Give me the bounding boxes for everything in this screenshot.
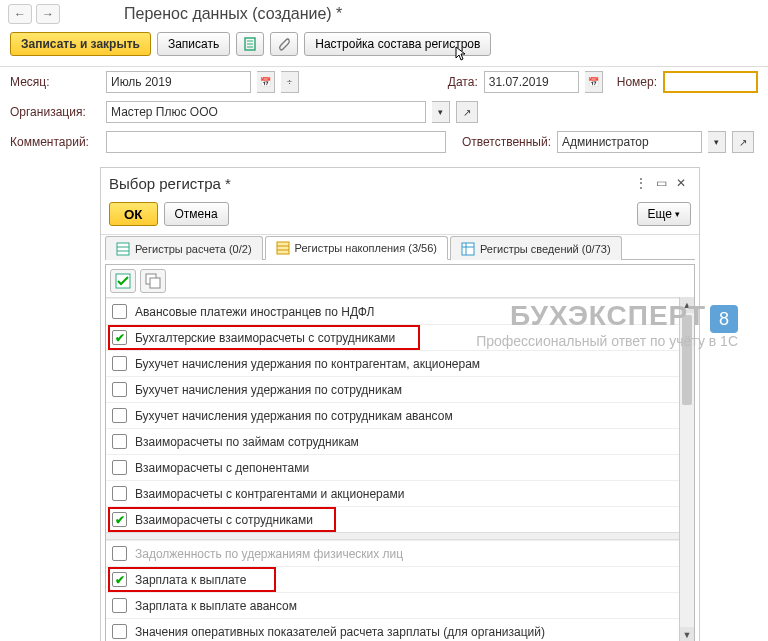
list-item-label: Взаиморасчеты с сотрудниками [135, 513, 313, 527]
list-item-label: Значения оперативных показателей расчета… [135, 625, 545, 639]
uncheck-all-icon [145, 273, 161, 289]
checkbox[interactable] [112, 598, 127, 613]
nav-forward[interactable]: → [36, 4, 60, 24]
dialog-close-icon[interactable]: ✕ [671, 174, 691, 192]
report-icon-button[interactable] [236, 32, 264, 56]
checkbox[interactable] [112, 382, 127, 397]
org-dropdown[interactable]: ▾ [432, 101, 450, 123]
list-item[interactable]: Взаиморасчеты с контрагентами и акционер… [106, 480, 694, 506]
cancel-button[interactable]: Отмена [164, 202, 229, 226]
checkbox[interactable] [112, 460, 127, 475]
checkbox[interactable] [112, 304, 127, 319]
org-value: Мастер Плюс ООО [111, 105, 218, 119]
month-spinner[interactable]: ÷ [281, 71, 299, 93]
org-field[interactable]: Мастер Плюс ООО [106, 101, 426, 123]
attach-icon-button[interactable] [270, 32, 298, 56]
resp-label: Ответственный: [462, 135, 551, 149]
grid-yellow-icon [276, 241, 290, 255]
list-item[interactable]: Значения оперативных показателей расчета… [106, 618, 694, 641]
list-item[interactable]: Авансовые платежи иностранцев по НДФЛ [106, 298, 694, 324]
checkbox[interactable] [112, 572, 127, 587]
checkbox[interactable] [112, 512, 127, 527]
list-item-label: Зарплата к выплате авансом [135, 599, 297, 613]
number-label: Номер: [617, 75, 657, 89]
list-item[interactable]: Зарплата к выплате авансом [106, 592, 694, 618]
list-item[interactable]: Задолженность по удержаниям физических л… [106, 540, 694, 566]
scroll-down-icon[interactable]: ▼ [680, 627, 694, 641]
paperclip-icon [277, 37, 291, 51]
register-list-panel: Авансовые платежи иностранцев по НДФЛБух… [105, 264, 695, 641]
tab-calc-registers[interactable]: Регистры расчета (0/2) [105, 236, 263, 260]
select-register-dialog: Выбор регистра * ⋮ ▭ ✕ ОК Отмена Еще ▾ Р… [100, 167, 700, 641]
resp-dropdown[interactable]: ▾ [708, 131, 726, 153]
chevron-down-icon: ▾ [675, 209, 680, 219]
list-item[interactable]: Бухучет начисления удержания по контраге… [106, 350, 694, 376]
list-item-label: Бухучет начисления удержания по контраге… [135, 357, 480, 371]
ok-button[interactable]: ОК [109, 202, 158, 226]
list-item-label: Зарплата к выплате [135, 573, 246, 587]
svg-rect-10 [462, 243, 474, 255]
scroll-thumb[interactable] [682, 315, 692, 405]
check-all-icon [115, 273, 131, 289]
list-item[interactable]: Бухгалтерские взаиморасчеты с сотрудника… [106, 324, 694, 350]
comment-label: Комментарий: [10, 135, 100, 149]
number-field[interactable] [663, 71, 758, 93]
checkbox[interactable] [112, 434, 127, 449]
resp-value: Администратор [562, 135, 649, 149]
list-item-label: Бухгалтерские взаиморасчеты с сотрудника… [135, 331, 395, 345]
month-value: Июль 2019 [111, 75, 172, 89]
resp-field[interactable]: Администратор [557, 131, 702, 153]
scroll-up-icon[interactable]: ▲ [680, 297, 694, 313]
month-label: Месяц: [10, 75, 100, 89]
grid-green-icon [116, 242, 130, 256]
checkbox[interactable] [112, 408, 127, 423]
checkbox[interactable] [112, 546, 127, 561]
tab-calc-label: Регистры расчета (0/2) [135, 243, 252, 255]
list-item[interactable]: Бухучет начисления удержания по сотрудни… [106, 402, 694, 428]
list-item[interactable]: Взаиморасчеты с сотрудниками [106, 506, 694, 532]
list-item-label: Бухучет начисления удержания по сотрудни… [135, 409, 453, 423]
comment-field[interactable] [106, 131, 446, 153]
month-calendar-button[interactable]: 📅 [257, 71, 275, 93]
checkbox[interactable] [112, 330, 127, 345]
date-calendar-button[interactable]: 📅 [585, 71, 603, 93]
list-item[interactable]: Зарплата к выплате [106, 566, 694, 592]
list-item-label: Взаиморасчеты с депонентами [135, 461, 309, 475]
org-open-button[interactable]: ↗ [456, 101, 478, 123]
svg-rect-7 [277, 242, 289, 254]
uncheck-all-button[interactable] [140, 269, 166, 293]
tab-accum-registers[interactable]: Регистры накопления (3/56) [265, 236, 448, 260]
save-close-button[interactable]: Записать и закрыть [10, 32, 151, 56]
list-item-label: Взаиморасчеты с контрагентами и акционер… [135, 487, 404, 501]
check-all-button[interactable] [110, 269, 136, 293]
grid-blue-icon [461, 242, 475, 256]
date-field[interactable]: 31.07.2019 [484, 71, 579, 93]
list-item[interactable]: Взаиморасчеты с депонентами [106, 454, 694, 480]
list-scrollbar[interactable]: ▲ ▼ [679, 297, 694, 641]
list-item-label: Бухучет начисления удержания по сотрудни… [135, 383, 402, 397]
dialog-maximize-icon[interactable]: ▭ [651, 174, 671, 192]
date-label: Дата: [448, 75, 478, 89]
svg-rect-15 [150, 278, 160, 288]
page-title: Перенос данных (создание) * [124, 5, 342, 23]
tab-accum-label: Регистры накопления (3/56) [295, 242, 437, 254]
month-field[interactable]: Июль 2019 [106, 71, 251, 93]
more-button[interactable]: Еще ▾ [637, 202, 691, 226]
resp-open-button[interactable]: ↗ [732, 131, 754, 153]
save-button[interactable]: Записать [157, 32, 230, 56]
more-label: Еще [648, 207, 672, 221]
list-item[interactable]: Бухучет начисления удержания по сотрудни… [106, 376, 694, 402]
tab-info-registers[interactable]: Регистры сведений (0/73) [450, 236, 622, 260]
dialog-title: Выбор регистра * [109, 175, 631, 192]
dialog-menu-icon[interactable]: ⋮ [631, 174, 651, 192]
tab-info-label: Регистры сведений (0/73) [480, 243, 611, 255]
list-item-label: Авансовые платежи иностранцев по НДФЛ [135, 305, 374, 319]
list-item[interactable]: Взаиморасчеты по займам сотрудникам [106, 428, 694, 454]
cursor-icon [455, 46, 471, 62]
nav-back[interactable]: ← [8, 4, 32, 24]
checkbox[interactable] [112, 356, 127, 371]
checkbox[interactable] [112, 486, 127, 501]
svg-rect-4 [117, 243, 129, 255]
document-icon [243, 37, 257, 51]
checkbox[interactable] [112, 624, 127, 639]
